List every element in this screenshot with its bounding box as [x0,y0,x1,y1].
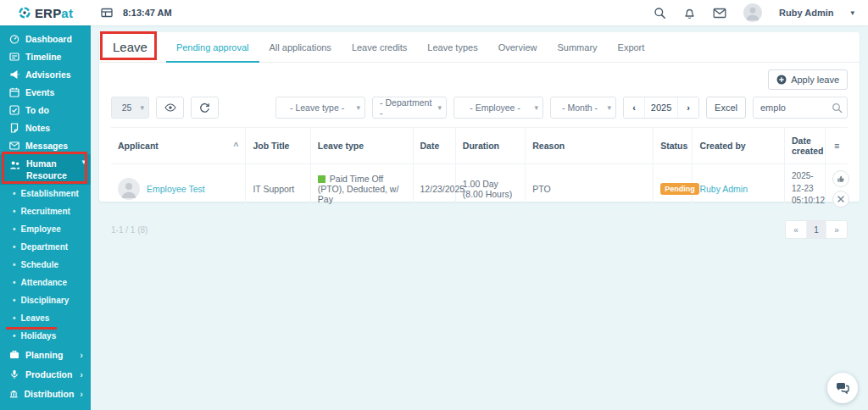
list-menu-icon: ≡ [834,141,839,151]
leave-type-cell: Paid Time Off (PTO), Deducted, w/ Pay [310,164,413,214]
excel-export-button[interactable]: Excel [706,97,746,119]
next-page-button[interactable]: » [826,221,847,238]
sidebar: Dashboard Timeline Advisories Events To … [0,25,91,410]
sidebar-item-dashboard[interactable]: Dashboard [0,30,91,47]
table-header-row: Applicant^ Job Title Leave type Date Dur… [111,128,848,164]
sidebar-item-schedule[interactable]: •Schedule [0,256,91,274]
megaphone-icon [9,69,19,80]
sidebar-item-events[interactable]: Events [0,83,91,101]
bank-icon [9,389,18,399]
col-status[interactable]: Status [654,128,693,164]
user-menu[interactable]: Ruby Admin [779,8,833,18]
sidebar-item-messages[interactable]: Messages [0,136,91,154]
col-reason[interactable]: Reason [526,128,654,164]
timeline-icon [9,52,19,62]
year-value: 2025 [644,97,678,118]
chevron-right-icon: › [80,389,83,399]
bullet-icon: • [13,224,16,234]
reason-cell: PTO [526,164,654,214]
pagination: « 1 » [785,220,848,239]
note-icon [9,123,19,133]
bullet-icon: • [13,296,16,305]
sidebar-item-todo[interactable]: To do [0,101,91,119]
dashboard-icon [9,34,19,44]
table-footer: 1-1 / 1 (8) « 1 » [111,220,848,239]
plus-circle-icon [776,75,787,85]
employee-select[interactable]: - Employee - ▾ [453,97,543,119]
search-icon[interactable] [654,7,666,19]
caret-down-icon: ▾ [357,103,361,112]
filter-bar: 25 ▾ - Leave type - ▾ - Department - ▾ [111,97,848,119]
month-select[interactable]: - Month - ▾ [550,97,616,119]
record-range: 1-1 / 1 (8) [111,225,147,235]
sidebar-item-employee[interactable]: •Employee [0,220,91,238]
caret-down-icon: ▾ [535,103,539,112]
sidebar-item-human-resource[interactable]: Human Resource ▾ [0,154,91,185]
reject-button[interactable] [832,191,849,208]
sidebar-item-disciplinary[interactable]: •Disciplinary [0,291,91,309]
sidebar-item-distribution[interactable]: Distribution › [0,384,91,403]
bullet-icon: • [13,189,16,198]
tab-leave-credits[interactable]: Leave credits [342,32,417,63]
sidebar-item-department[interactable]: •Department [0,238,91,256]
col-duration[interactable]: Duration [455,128,525,164]
prev-year-button[interactable]: ‹ [624,97,644,118]
apply-leave-button[interactable]: Apply leave [768,69,848,90]
logo-gear-icon [18,6,31,19]
date-cell: 12/23/2025 [413,164,455,214]
tab-export[interactable]: Export [608,32,655,63]
prev-page-button[interactable]: « [786,221,806,238]
sidebar-item-advisories[interactable]: Advisories [0,65,91,83]
sidebar-item-leaves[interactable]: •Leaves [0,309,91,327]
tab-overview[interactable]: Overview [488,32,548,63]
approve-button[interactable] [832,170,849,187]
chevron-right-icon: › [80,369,83,380]
page-title: Leave [113,40,147,54]
col-date-created[interactable]: Date created [785,128,826,164]
messages-mail-icon[interactable] [713,8,726,19]
created-by-link[interactable]: Ruby Admin [699,184,748,194]
sidebar-toggle-icon[interactable] [101,8,113,18]
search-icon [832,102,843,117]
thumbs-up-icon [837,175,845,183]
notifications-bell-icon[interactable] [683,7,696,19]
sidebar-item-notes[interactable]: Notes [0,119,91,136]
sidebar-item-timeline[interactable]: Timeline [0,47,91,65]
applicant-link[interactable]: Employee Test [147,184,205,194]
sidebar-item-attendance[interactable]: •Attendance [0,274,91,291]
envelope-icon [9,141,19,150]
leave-type-select[interactable]: - Leave type - ▾ [275,97,365,119]
sidebar-item-production[interactable]: Production › [0,364,91,384]
sidebar-item-recruitment[interactable]: •Recruitment [0,202,91,220]
job-title-cell: IT Support [246,164,310,214]
created-by-cell: Ruby Admin [693,164,785,214]
department-select[interactable]: - Department - ▾ [372,97,447,119]
applicant-avatar [118,178,140,200]
tab-leave-types[interactable]: Leave types [417,32,487,63]
col-created-by[interactable]: Created by [693,128,785,164]
current-page[interactable]: 1 [806,221,826,238]
col-job-title[interactable]: Job Title [246,128,310,164]
col-applicant[interactable]: Applicant^ [111,128,246,164]
chat-fab-button[interactable] [827,373,858,403]
toggle-columns-button[interactable] [156,97,184,119]
caret-down-icon: ▾ [140,103,144,112]
user-menu-caret-icon[interactable]: ▾ [850,8,854,17]
tab-summary[interactable]: Summary [547,32,607,63]
sidebar-item-establishment[interactable]: •Establishment [0,185,91,202]
page-size-select[interactable]: 25 ▾ [111,97,149,119]
tab-pending-approval[interactable]: Pending approval [166,32,259,63]
col-date[interactable]: Date [413,128,455,164]
user-avatar[interactable] [743,3,762,22]
col-leave-type[interactable]: Leave type [310,128,413,164]
sidebar-item-planning[interactable]: Planning › [0,345,91,364]
production-icon [9,369,19,380]
app-logo[interactable]: ERPat [0,0,91,25]
refresh-button[interactable] [191,97,219,119]
tab-all-applications[interactable]: All applications [259,32,342,63]
next-year-button[interactable]: › [678,97,698,118]
sidebar-item-holidays[interactable]: •Holidays [0,327,91,345]
bullet-icon: • [13,260,16,269]
columns-menu-button[interactable]: ≡ [826,128,848,164]
users-icon [9,160,20,170]
